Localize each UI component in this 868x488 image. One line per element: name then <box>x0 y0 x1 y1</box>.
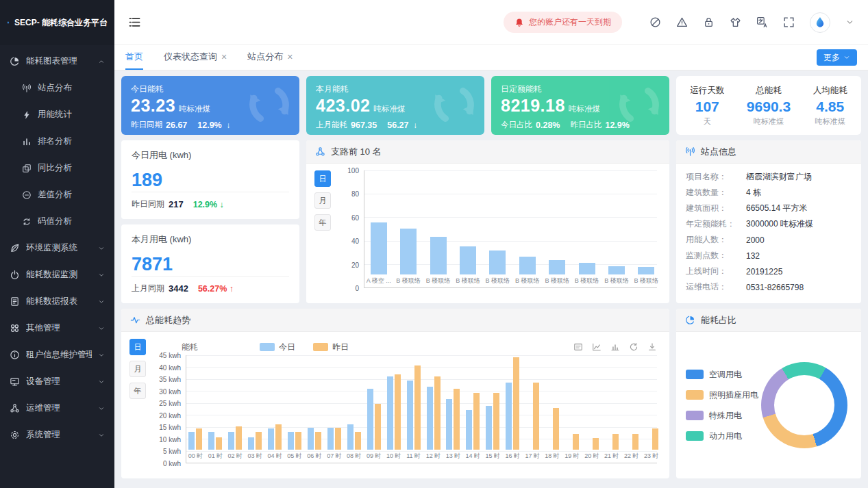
sidebar-item[interactable]: 系统管理 <box>0 422 114 448</box>
bar-chart-icon[interactable] <box>610 342 620 352</box>
pie-legend-item[interactable]: 动力用电 <box>686 431 758 442</box>
bar[interactable] <box>414 365 421 450</box>
bar[interactable] <box>407 381 413 450</box>
donut-chart[interactable] <box>761 362 847 448</box>
bar[interactable] <box>196 428 202 450</box>
bar[interactable] <box>473 393 480 450</box>
tab-close-icon[interactable]: × <box>221 52 227 62</box>
time-toggle[interactable]: 月 <box>129 361 146 377</box>
bar[interactable] <box>553 408 559 450</box>
sidebar-item[interactable]: 能耗图表管理 <box>0 48 114 75</box>
sidebar-subitem[interactable]: 站点分布 <box>0 75 114 101</box>
sidebar-item[interactable]: 运维管理 <box>0 395 114 422</box>
line-chart-icon[interactable] <box>592 342 602 352</box>
sidebar-item[interactable]: 其他管理 <box>0 315 114 342</box>
user-menu-chevron-icon[interactable] <box>845 18 854 27</box>
bar[interactable] <box>486 406 492 450</box>
bar[interactable] <box>367 389 373 450</box>
avatar[interactable] <box>810 12 830 33</box>
sidebar-item[interactable]: 能耗数据监测 <box>0 261 114 288</box>
time-toggle[interactable]: 年 <box>129 383 146 399</box>
bar[interactable] <box>268 428 274 450</box>
time-toggle[interactable]: 月 <box>314 192 331 209</box>
bar[interactable] <box>188 432 195 450</box>
account-expiry-alert[interactable]: 您的账户还有一天到期 <box>504 12 622 33</box>
sidebar-item[interactable]: 租户信息维护管理 <box>0 342 114 368</box>
pie-legend-item[interactable]: 特殊用电 <box>686 410 758 422</box>
bar[interactable] <box>347 424 354 450</box>
bar[interactable] <box>513 357 519 450</box>
tab[interactable]: 站点分布× <box>247 45 293 70</box>
sidebar-item[interactable]: 环境监测系统 <box>0 235 114 261</box>
time-toggle[interactable]: 年 <box>314 214 331 231</box>
tab[interactable]: 首页 <box>125 45 143 70</box>
bar[interactable] <box>256 432 262 450</box>
bar[interactable] <box>579 263 595 274</box>
bar[interactable] <box>427 387 433 450</box>
bar[interactable] <box>236 426 242 450</box>
bar[interactable] <box>228 432 234 450</box>
bar[interactable] <box>608 266 625 274</box>
bar[interactable] <box>612 434 619 450</box>
fullscreen-icon[interactable] <box>783 16 795 28</box>
bar[interactable] <box>216 437 222 450</box>
sidebar-subitem[interactable]: 码值分析 <box>0 208 114 235</box>
bar[interactable] <box>466 410 472 450</box>
bar[interactable] <box>632 434 638 450</box>
bar[interactable] <box>446 399 452 450</box>
bar[interactable] <box>355 432 361 450</box>
bar[interactable] <box>493 393 499 450</box>
lock-icon[interactable] <box>703 16 715 28</box>
bar[interactable] <box>519 257 536 274</box>
collapse-menu-icon[interactable] <box>128 16 141 29</box>
bar[interactable] <box>335 428 341 450</box>
legend-item[interactable]: 今日 <box>260 342 295 353</box>
pie-legend-item[interactable]: 照明插座用电 <box>686 389 758 401</box>
bar[interactable] <box>506 383 512 450</box>
bar[interactable] <box>652 428 658 450</box>
data-view-icon[interactable] <box>573 342 583 352</box>
sidebar-item[interactable]: 设备管理 <box>0 368 114 395</box>
sidebar-subitem[interactable]: 同比分析 <box>0 155 114 181</box>
bar[interactable] <box>489 251 506 274</box>
pie-legend-item[interactable]: 空调用电 <box>686 369 758 381</box>
bar[interactable] <box>430 237 447 274</box>
bar[interactable] <box>573 434 579 450</box>
bar[interactable] <box>395 374 401 450</box>
tab-close-icon[interactable]: × <box>287 52 293 62</box>
sidebar-item[interactable]: 能耗数据报表 <box>0 288 114 315</box>
bar[interactable] <box>593 438 599 450</box>
time-toggle[interactable]: 日 <box>314 170 331 187</box>
bar[interactable] <box>295 432 301 450</box>
download-icon[interactable] <box>647 342 657 352</box>
bar[interactable] <box>371 222 387 274</box>
refresh-icon[interactable] <box>629 342 638 352</box>
bar[interactable] <box>638 267 654 274</box>
bar[interactable] <box>315 432 321 450</box>
bar[interactable] <box>308 428 314 450</box>
legend-item[interactable]: 昨日 <box>313 342 349 353</box>
bar[interactable] <box>387 376 393 450</box>
sidebar-subitem[interactable]: 用能统计 <box>0 101 114 128</box>
bar[interactable] <box>533 383 539 450</box>
bar[interactable] <box>434 376 441 450</box>
circle-slash-icon[interactable] <box>649 16 661 28</box>
bar[interactable] <box>454 389 460 450</box>
bar[interactable] <box>248 437 254 450</box>
more-button[interactable]: 更多 <box>817 49 857 66</box>
bar[interactable] <box>275 424 282 450</box>
shirt-icon[interactable] <box>730 16 741 28</box>
bar[interactable] <box>549 260 565 274</box>
bar[interactable] <box>400 229 417 274</box>
bar[interactable] <box>327 428 334 450</box>
translate-icon[interactable] <box>756 16 768 28</box>
sidebar-subitem[interactable]: 差值分析 <box>0 181 114 208</box>
bar[interactable] <box>375 404 381 450</box>
bar[interactable] <box>460 246 476 274</box>
warning-icon[interactable] <box>676 16 688 28</box>
sidebar-subitem[interactable]: 排名分析 <box>0 128 114 155</box>
bar[interactable] <box>288 432 294 450</box>
time-toggle[interactable]: 日 <box>129 339 146 355</box>
tab[interactable]: 仪表状态查询× <box>164 45 227 70</box>
bar[interactable] <box>208 432 214 450</box>
